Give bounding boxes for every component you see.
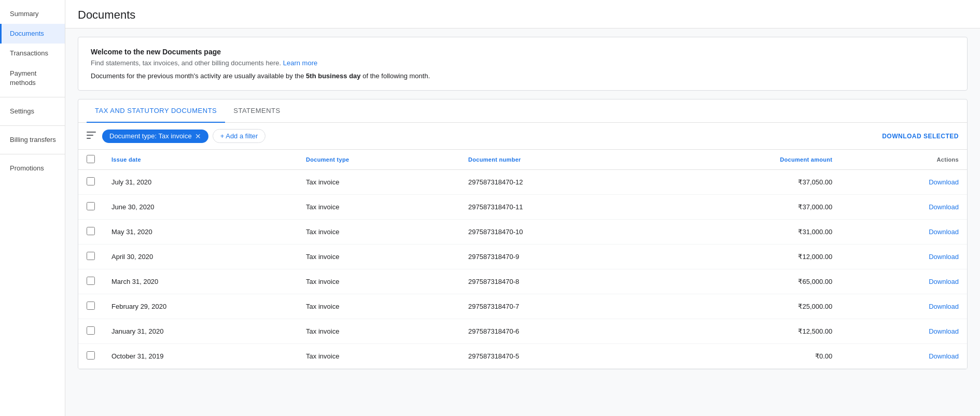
cell-issue-date: May 31, 2020: [103, 220, 298, 245]
cell-document-amount: ₹25,000.00: [653, 294, 841, 319]
cell-document-type: Tax invoice: [298, 344, 460, 369]
table-row: June 30, 2020 Tax invoice 297587318470-1…: [78, 195, 967, 220]
sidebar-divider-2: [0, 125, 65, 126]
col-actions: Actions: [841, 150, 967, 170]
download-link-4[interactable]: Download: [929, 278, 959, 285]
col-document-amount: Document amount: [653, 150, 841, 170]
download-link-6[interactable]: Download: [929, 327, 959, 335]
cell-issue-date: March 31, 2020: [103, 269, 298, 294]
cell-document-amount: ₹12,000.00: [653, 245, 841, 269]
main-content: Documents Welcome to the new Documents p…: [65, 0, 980, 416]
download-link-2[interactable]: Download: [929, 228, 959, 236]
sidebar-item-settings[interactable]: Settings: [0, 102, 65, 121]
cell-document-amount: ₹37,000.00: [653, 195, 841, 220]
remove-filter-chip-icon[interactable]: ✕: [195, 132, 201, 140]
cell-document-type: Tax invoice: [298, 195, 460, 220]
banner-note: Documents for the previous month's activ…: [91, 72, 955, 80]
download-link-5[interactable]: Download: [929, 303, 959, 310]
row-checkbox-cell: [78, 220, 103, 245]
cell-issue-date: July 31, 2020: [103, 170, 298, 195]
sidebar-item-billing-transfers[interactable]: Billing transfers: [0, 130, 65, 150]
cell-document-type: Tax invoice: [298, 170, 460, 195]
download-link-3[interactable]: Download: [929, 253, 959, 261]
cell-actions: Download: [841, 195, 967, 220]
sidebar-item-transactions[interactable]: Transactions: [0, 44, 65, 63]
row-checkbox-2[interactable]: [87, 227, 95, 235]
download-link-7[interactable]: Download: [929, 352, 959, 360]
sidebar-item-payment-methods[interactable]: Payment methods: [0, 64, 65, 93]
row-checkbox-5[interactable]: [87, 302, 95, 310]
cell-document-number: 297587318470-6: [460, 319, 653, 344]
add-filter-button[interactable]: + Add a filter: [213, 129, 266, 143]
sidebar-item-summary[interactable]: Summary: [0, 4, 65, 24]
documents-table: Issue date Document type Document number…: [78, 150, 967, 369]
row-checkbox-cell: [78, 170, 103, 195]
document-type-filter-chip[interactable]: Document type: Tax invoice ✕: [102, 130, 208, 143]
cell-document-type: Tax invoice: [298, 245, 460, 269]
download-link-1[interactable]: Download: [929, 203, 959, 211]
cell-document-type: Tax invoice: [298, 294, 460, 319]
download-link-0[interactable]: Download: [929, 178, 959, 186]
row-checkbox-cell: [78, 344, 103, 369]
select-all-checkbox[interactable]: [87, 155, 95, 163]
table-row: March 31, 2020 Tax invoice 297587318470-…: [78, 269, 967, 294]
row-checkbox-1[interactable]: [87, 202, 95, 210]
svg-rect-0: [87, 132, 96, 133]
sidebar-divider-3: [0, 154, 65, 154]
cell-actions: Download: [841, 344, 967, 369]
cell-actions: Download: [841, 269, 967, 294]
row-checkbox-cell: [78, 294, 103, 319]
table-row: February 29, 2020 Tax invoice 2975873184…: [78, 294, 967, 319]
row-checkbox-4[interactable]: [87, 277, 95, 285]
cell-actions: Download: [841, 294, 967, 319]
select-all-header: [78, 150, 103, 170]
documents-card: TAX AND STATUTORY DOCUMENTS STATEMENTS D…: [78, 99, 968, 369]
learn-more-link[interactable]: Learn more: [283, 59, 317, 67]
table-row: July 31, 2020 Tax invoice 297587318470-1…: [78, 170, 967, 195]
col-document-type: Document type: [298, 150, 460, 170]
tab-statements[interactable]: STATEMENTS: [225, 99, 288, 123]
cell-document-type: Tax invoice: [298, 269, 460, 294]
table-row: May 31, 2020 Tax invoice 297587318470-10…: [78, 220, 967, 245]
info-banner: Welcome to the new Documents page Find s…: [78, 37, 968, 91]
cell-actions: Download: [841, 319, 967, 344]
filter-bar: Document type: Tax invoice ✕ + Add a fil…: [78, 123, 967, 150]
sidebar-item-promotions[interactable]: Promotions: [0, 159, 65, 178]
row-checkbox-cell: [78, 195, 103, 220]
tab-tax-statutory[interactable]: TAX AND STATUTORY DOCUMENTS: [87, 99, 225, 123]
table-header-row: Issue date Document type Document number…: [78, 150, 967, 170]
row-checkbox-cell: [78, 245, 103, 269]
svg-rect-2: [87, 138, 91, 139]
cell-issue-date: October 31, 2019: [103, 344, 298, 369]
cell-document-number: 297587318470-8: [460, 269, 653, 294]
cell-document-number: 297587318470-11: [460, 195, 653, 220]
filter-icon: [87, 132, 96, 141]
cell-actions: Download: [841, 170, 967, 195]
cell-document-amount: ₹12,500.00: [653, 319, 841, 344]
banner-subtext: Find statements, tax invoices, and other…: [91, 59, 955, 67]
row-checkbox-3[interactable]: [87, 252, 95, 260]
row-checkbox-cell: [78, 269, 103, 294]
cell-document-number: 297587318470-12: [460, 170, 653, 195]
sidebar-divider-1: [0, 97, 65, 97]
row-checkbox-6[interactable]: [87, 326, 95, 335]
cell-issue-date: June 30, 2020: [103, 195, 298, 220]
row-checkbox-cell: [78, 319, 103, 344]
table-body: July 31, 2020 Tax invoice 297587318470-1…: [78, 170, 967, 369]
cell-actions: Download: [841, 220, 967, 245]
cell-document-amount: ₹0.00: [653, 344, 841, 369]
download-selected-button[interactable]: DOWNLOAD SELECTED: [882, 133, 959, 140]
cell-document-type: Tax invoice: [298, 220, 460, 245]
sidebar-item-documents[interactable]: Documents: [0, 24, 65, 44]
tabs-bar: TAX AND STATUTORY DOCUMENTS STATEMENTS: [78, 99, 967, 123]
table-row: January 31, 2020 Tax invoice 29758731847…: [78, 319, 967, 344]
cell-actions: Download: [841, 245, 967, 269]
row-checkbox-0[interactable]: [87, 177, 95, 185]
table-row: April 30, 2020 Tax invoice 297587318470-…: [78, 245, 967, 269]
cell-document-number: 297587318470-9: [460, 245, 653, 269]
svg-rect-1: [87, 135, 93, 136]
row-checkbox-7[interactable]: [87, 351, 95, 360]
cell-document-amount: ₹37,050.00: [653, 170, 841, 195]
col-issue-date: Issue date: [103, 150, 298, 170]
cell-issue-date: February 29, 2020: [103, 294, 298, 319]
